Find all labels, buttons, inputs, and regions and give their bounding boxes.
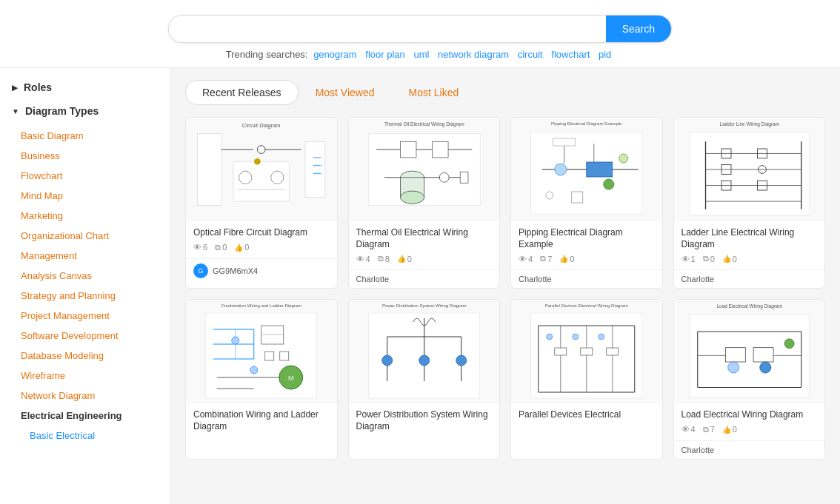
sidebar-item-project-mgmt[interactable]: Project Management (0, 306, 170, 326)
author-name-piping: Charlotte (519, 275, 552, 283)
sidebar-item-org-chart[interactable]: Organizational Chart (0, 226, 170, 246)
sidebar-item-network[interactable]: Network Diagram (0, 386, 170, 406)
card-optical-fibre[interactable]: Circuit Diagram (185, 117, 338, 289)
svg-point-86 (456, 355, 466, 366)
card-thumb-parallel: Parallel Devices Electrical Wiring Diagr… (511, 300, 662, 403)
svg-point-67 (250, 366, 258, 374)
tab-most-liked[interactable]: Most Liked (392, 80, 476, 105)
svg-rect-19 (400, 141, 416, 158)
sidebar-item-basic-electrical[interactable]: Basic Electrical (0, 426, 170, 446)
trending-floorplan[interactable]: floor plan (365, 49, 404, 60)
card-meta-load: 4 7 0 (681, 425, 818, 434)
tab-recent-releases[interactable]: Recent Releases (185, 80, 299, 105)
sidebar-item-electrical[interactable]: Electrical Engineering (0, 406, 170, 426)
card-meta-piping: 4 7 0 (519, 254, 655, 263)
sidebar-item-management[interactable]: Management (0, 246, 170, 266)
card-author-optical-fibre: G GG9M6mX4 (186, 258, 337, 283)
svg-text:Thermal Oil Electrical Wiring : Thermal Oil Electrical Wiring Diagram (384, 121, 464, 127)
card-title-power-dist: Power Distribution System Wiring Diagram (356, 409, 493, 432)
search-input[interactable] (169, 16, 606, 42)
card-body-combination: Combination Wiring and Ladder Diagram (186, 403, 337, 442)
card-parallel[interactable]: Parallel Devices Electrical Wiring Diagr… (510, 299, 663, 460)
svg-rect-20 (432, 141, 448, 158)
card-ladder-line[interactable]: Ladder Line Wiring Diagram (673, 117, 826, 289)
sidebar-item-business[interactable]: Business (0, 146, 170, 166)
card-title-thermal-oil: Thermal Oil Electrical Wiring Diagram (356, 227, 493, 250)
sidebar-item-database[interactable]: Database Modeling (0, 346, 170, 366)
svg-rect-68 (261, 326, 284, 344)
card-load[interactable]: Load Electrical Wiring Diagram (673, 299, 826, 460)
card-thumb-load: Load Electrical Wiring Diagram (674, 300, 825, 403)
likes-load: 0 (722, 425, 737, 434)
diagram-types-arrow-icon: ▼ (12, 107, 19, 115)
card-body-optical-fibre: Optical Fibre Circuit Diagram 6 0 0 (186, 221, 337, 258)
sidebar-items-list: Basic Diagram Business Flowchart Mind Ma… (0, 123, 170, 448)
svg-text:M: M (288, 374, 294, 382)
copies-piping: 7 (540, 254, 552, 263)
sidebar: ▶ Roles ▼ Diagram Types Basic Diagram Bu… (0, 68, 170, 504)
likes-piping: 0 (559, 255, 574, 263)
svg-rect-6 (233, 161, 289, 201)
likes-ladder: 0 (722, 255, 737, 263)
author-name-load: Charlotte (681, 446, 715, 454)
cards-grid: Circuit Diagram (185, 117, 825, 460)
sidebar-item-strategy[interactable]: Strategy and Planning (0, 286, 170, 306)
trending-circuit[interactable]: circuit (518, 49, 543, 60)
card-author-piping: Charlotte (511, 269, 662, 288)
card-body-parallel: Parallel Devices Electrical (511, 403, 662, 431)
svg-point-10 (254, 158, 261, 165)
sidebar-item-mind-map[interactable]: Mind Map (0, 186, 170, 206)
copies-thermal: 8 (378, 254, 390, 263)
sidebar-item-wireframe[interactable]: Wireframe (0, 366, 170, 386)
svg-point-85 (419, 355, 429, 366)
card-author-thermal-oil: Charlotte (349, 269, 500, 288)
svg-text:Power Distribution System Wiri: Power Distribution System Wiring Diagram (382, 303, 466, 308)
card-meta-thermal-oil: 4 8 0 (356, 254, 493, 263)
card-meta-ladder-line: 1 0 0 (681, 254, 818, 263)
views-ladder: 1 (681, 255, 696, 263)
card-combination[interactable]: Combination Wiring and Ladder Diagram (185, 299, 338, 460)
card-body-piping: Pipping Electrical Diagram Example 4 7 0 (511, 221, 662, 269)
avatar-optical-fibre: G (193, 263, 208, 278)
trending-flowchart[interactable]: flowchart (551, 49, 590, 60)
svg-rect-100 (555, 348, 567, 355)
trending-searches: Trending searches: genogram floor plan u… (226, 49, 615, 60)
card-author-ladder-line: Charlotte (674, 269, 825, 288)
trending-genogram[interactable]: genogram (313, 49, 357, 60)
trending-pid[interactable]: pid (599, 49, 611, 60)
card-thumb-power-dist: Power Distribution System Wiring Diagram (349, 300, 500, 403)
svg-rect-40 (553, 138, 576, 146)
sidebar-roles-header[interactable]: ▶ Roles (0, 75, 170, 99)
header: Search Trending searches: genogram floor… (0, 0, 840, 68)
sidebar-diagram-types-header[interactable]: ▼ Diagram Types (0, 99, 170, 123)
svg-text:Circuit Diagram: Circuit Diagram (242, 122, 281, 129)
svg-point-119 (784, 339, 794, 349)
sidebar-item-flowchart[interactable]: Flowchart (0, 166, 170, 186)
sidebar-item-marketing[interactable]: Marketing (0, 206, 170, 226)
tab-most-viewed[interactable]: Most Viewed (299, 80, 392, 105)
sidebar-item-basic-diagram[interactable]: Basic Diagram (0, 126, 170, 146)
card-piping[interactable]: Pipping Electrical Diagram Example (510, 117, 663, 289)
card-power-dist[interactable]: Power Distribution System Wiring Diagram (348, 299, 501, 460)
trending-uml[interactable]: uml (413, 49, 429, 60)
main-layout: ▶ Roles ▼ Diagram Types Basic Diagram Bu… (0, 68, 840, 504)
card-body-power-dist: Power Distribution System Wiring Diagram (349, 403, 500, 442)
search-bar: Search (168, 15, 672, 43)
card-thermal-oil[interactable]: Thermal Oil Electrical Wiring Diagram (348, 117, 501, 289)
trending-network[interactable]: network diagram (438, 49, 509, 60)
svg-point-37 (604, 179, 614, 189)
copies-optical-fibre: 0 (215, 243, 227, 252)
card-title-optical-fibre: Optical Fibre Circuit Diagram (193, 227, 330, 239)
search-button[interactable]: Search (606, 16, 671, 42)
card-thumb-piping: Pipping Electrical Diagram Example (511, 118, 662, 221)
views-piping: 4 (519, 255, 533, 263)
svg-text:Ladder Line Wiring Diagram: Ladder Line Wiring Diagram (719, 121, 779, 127)
card-author-load: Charlotte (674, 440, 825, 459)
svg-text:Combination Wiring and Ladder : Combination Wiring and Ladder Diagram (221, 303, 301, 308)
sidebar-item-analysis-canvas[interactable]: Analysis Canvas (0, 266, 170, 286)
svg-text:Pipping Electrical Diagram Exa: Pipping Electrical Diagram Example (551, 121, 622, 126)
card-title-parallel: Parallel Devices Electrical (519, 409, 655, 421)
sidebar-item-software-dev[interactable]: Software Development (0, 326, 170, 346)
likes-thermal: 0 (397, 255, 412, 263)
roles-arrow-icon: ▶ (12, 84, 18, 92)
